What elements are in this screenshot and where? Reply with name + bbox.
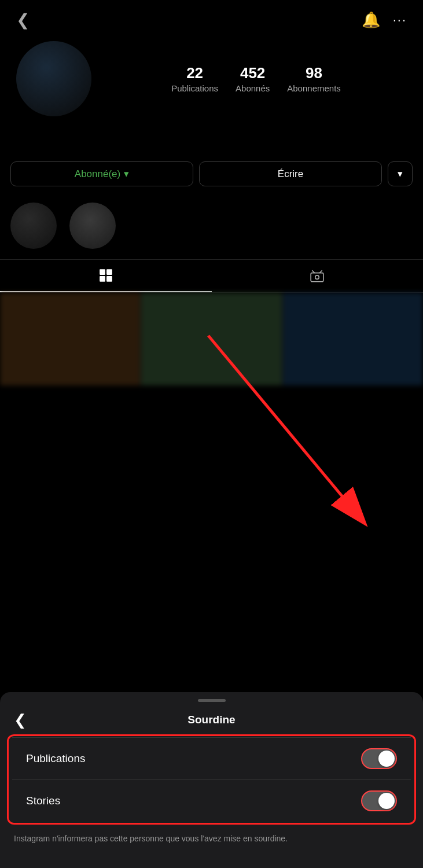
sheet-back-button[interactable]: ❮	[14, 712, 27, 727]
stat-publications[interactable]: 22 Publications	[171, 64, 218, 93]
more-icon[interactable]: ···	[393, 13, 407, 28]
publications-toggle[interactable]	[361, 748, 397, 769]
highlights-row	[0, 197, 423, 259]
toggle-knob-stories	[378, 793, 395, 809]
info-text: Instagram n'informera pas cette personne…	[0, 825, 423, 845]
tab-bar	[0, 259, 423, 293]
svg-rect-1	[106, 269, 112, 275]
stats-row: 22 Publications 452 Abonnés 98 Abonnemen…	[105, 64, 407, 93]
publications-count: 22	[186, 64, 203, 82]
sheet-header: ❮ Sourdine	[0, 702, 423, 734]
toggle-row-stories: Stories	[12, 779, 411, 822]
publications-label: Publications	[171, 83, 218, 93]
sheet-title: Sourdine	[187, 713, 235, 726]
ecrire-button[interactable]: Écrire	[199, 161, 382, 186]
toggle-row-publications: Publications	[12, 737, 411, 779]
profile-section: 22 Publications 452 Abonnés 98 Abonnemen…	[0, 35, 423, 127]
more-options-button[interactable]: ▾	[388, 161, 413, 186]
tab-grid[interactable]	[0, 260, 212, 292]
svg-rect-0	[100, 269, 105, 275]
svg-rect-4	[311, 273, 323, 282]
abonne-button[interactable]: Abonné(e) ▾	[10, 161, 193, 186]
bottom-sheet: ❮ Sourdine Publications Stories Instagra…	[0, 692, 423, 868]
grid-area	[0, 293, 423, 385]
camera-icon	[310, 269, 325, 284]
stories-toggle[interactable]	[361, 790, 397, 811]
abonnes-count: 452	[240, 64, 265, 82]
highlight-item-2[interactable]	[69, 203, 116, 249]
svg-rect-2	[100, 276, 105, 282]
svg-rect-3	[106, 276, 112, 282]
avatar	[16, 41, 91, 116]
grid-cell-1	[0, 293, 140, 385]
abonnements-count: 98	[306, 64, 322, 82]
toggle-highlight-box: Publications Stories	[7, 734, 416, 825]
bell-icon[interactable]: 🔔	[362, 11, 380, 29]
tab-reels[interactable]	[212, 260, 424, 292]
svg-point-5	[315, 275, 319, 279]
stat-abonnes[interactable]: 452 Abonnés	[236, 64, 270, 93]
highlight-item-1[interactable]	[10, 203, 57, 249]
toggle-stories-label: Stories	[26, 795, 60, 807]
back-icon[interactable]: ❮	[16, 10, 30, 30]
chevron-down-icon: ▾	[398, 168, 403, 180]
toggle-knob-publications	[378, 751, 395, 767]
grid-icon	[98, 268, 113, 283]
grid-cell-2	[141, 293, 281, 385]
grid-cell-3	[283, 293, 423, 385]
top-bar: ❮ 🔔 ···	[0, 0, 423, 35]
abonnements-label: Abonnements	[287, 83, 341, 93]
abonnes-label: Abonnés	[236, 83, 270, 93]
toggle-publications-label: Publications	[26, 752, 85, 765]
bio-area	[0, 127, 423, 161]
action-buttons: Abonné(e) ▾ Écrire ▾	[0, 161, 423, 197]
stat-abonnements[interactable]: 98 Abonnements	[287, 64, 341, 93]
